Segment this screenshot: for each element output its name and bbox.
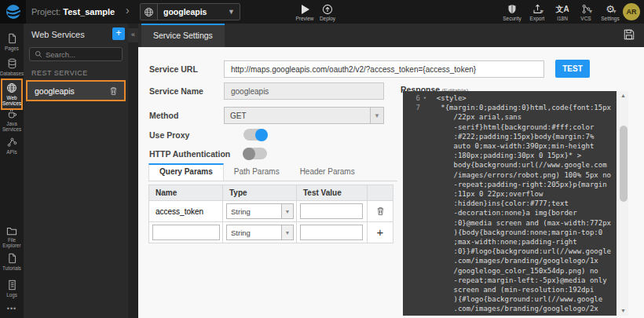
fold-caret-icon[interactable]: ▾ [423, 93, 426, 103]
save-button[interactable] [624, 29, 635, 40]
plus-icon: + [115, 27, 121, 38]
service-list-item-googleapis[interactable]: googleapis [26, 80, 126, 101]
use-proxy-toggle[interactable] [243, 129, 267, 141]
vcs-button[interactable]: ▼ VCS [573, 2, 599, 23]
play-icon [301, 4, 309, 14]
toggle-knob [255, 129, 268, 141]
line-number: ▾ [403, 237, 423, 247]
export-icon: ▼ [532, 4, 543, 14]
tab-path-params[interactable]: Path Params [224, 163, 290, 181]
line-number: ▾ [403, 112, 423, 122]
service-url-input[interactable] [224, 60, 544, 78]
web-services-panel: Web Services + REST SERVICE googleapis [24, 24, 128, 318]
app-logo[interactable] [0, 0, 26, 24]
export-button[interactable]: ▼ Export [524, 2, 551, 23]
deploy-button[interactable]: Deploy [314, 2, 341, 23]
user-avatar[interactable]: AR [623, 3, 640, 20]
service-search[interactable] [29, 47, 123, 61]
table-header-row: Name Type Test Value [149, 185, 393, 201]
globe-icon [141, 4, 158, 20]
translate-icon: 文A [555, 4, 569, 15]
tab-query-params[interactable]: Query Params [148, 163, 224, 181]
left-sidebar: Pages Databases Web Services Java Servic… [0, 24, 24, 318]
sidebar-item-web-services[interactable]: Web Services [1, 79, 23, 110]
column-actions [368, 185, 393, 200]
delete-service-icon[interactable] [109, 86, 118, 96]
add-service-button[interactable]: + [112, 27, 125, 40]
chevron-down-icon: ▼ [588, 9, 594, 14]
editor-scrollbar[interactable]: ▲ ▼ [618, 91, 628, 316]
cloud-upload-icon [322, 4, 333, 14]
tab-service-settings[interactable]: Service Settings [141, 24, 225, 47]
scroll-down-arrow-icon[interactable]: ▼ [618, 306, 628, 316]
line-number: ▾ [403, 294, 423, 304]
sidebar-item-java-services[interactable]: Java Services [0, 108, 24, 132]
delete-param-icon[interactable] [376, 207, 385, 216]
line-number: ▾ [403, 160, 423, 170]
line-number: ▾ [403, 228, 423, 237]
security-button[interactable]: Security [499, 2, 525, 23]
collapse-panel-button[interactable]: « [128, 28, 138, 42]
code-line: 7▾ *{margin:0;padding:0}html,code{font:1… [403, 103, 617, 112]
chevron-down-icon: ▼ [228, 8, 235, 16]
line-number: ▾ [403, 285, 423, 294]
database-icon [7, 58, 17, 69]
coffee-icon [7, 108, 17, 119]
line-number: ▾ [403, 247, 423, 256]
service-selector-dropdown[interactable]: googleapis ▼ [140, 3, 240, 20]
line-number: ▾ [403, 151, 423, 160]
sidebar-more-button[interactable]: ••• [0, 305, 24, 313]
http-authentication-toggle[interactable] [243, 148, 267, 159]
sidebar-item-logs[interactable]: Logs [0, 280, 24, 298]
new-param-test-value-input[interactable] [300, 225, 363, 240]
sidebar-item-tutorials[interactable]: Tutorials [0, 253, 24, 271]
code-line: ▾ -repeat;padding-right:205px}p{margin [403, 180, 617, 189]
panel-splitter: « [128, 24, 138, 318]
page-icon [7, 33, 17, 44]
add-param-button[interactable]: + [377, 228, 384, 236]
param-type-select[interactable]: String ▼ [226, 203, 294, 219]
page-icon [7, 253, 17, 264]
folder-icon [6, 226, 17, 236]
collapse-left-icon: « [131, 31, 135, 38]
code-line: ▾ ){body{background:none;margin-top:0 [403, 228, 617, 237]
column-name: Name [149, 185, 223, 200]
settings-button[interactable]: ⚙ ▼ Settings [597, 2, 624, 23]
line-number: ▾ [403, 132, 423, 141]
project-name: Test_sample [63, 7, 115, 16]
sidebar-item-databases[interactable]: Databases [0, 58, 24, 76]
test-button[interactable]: TEST [555, 60, 590, 78]
code-line: ▾ auto 0;max-width:390px;min-height [403, 141, 617, 151]
scroll-up-arrow-icon[interactable]: ▲ [618, 91, 628, 101]
sidebar-item-apis[interactable]: APIs [0, 137, 24, 155]
sidebar-item-file-explorer[interactable]: File Explorer [0, 226, 24, 248]
line-number: ▾ [403, 304, 423, 313]
new-param-name-input[interactable] [152, 225, 220, 240]
service-settings-content: Service URL TEST Service Name Method GET… [138, 47, 644, 318]
scrollbar-thumb[interactable] [620, 126, 628, 202]
chevron-right-icon: › [126, 4, 130, 16]
code-line: ▾ screen and (min-resolution:192dpi [403, 285, 617, 294]
new-param-type-select[interactable]: String ▼ [226, 225, 294, 240]
line-number: ▾ [403, 141, 423, 151]
i18n-button[interactable]: 文A I18N [549, 2, 576, 23]
editor-tab-bar: Service Settings [138, 24, 644, 47]
project-breadcrumb: Project:Test_sample [31, 7, 115, 16]
plus-icon: + [377, 225, 384, 239]
line-number: ▾ [403, 208, 423, 217]
tab-header-params[interactable]: Header Params [290, 163, 365, 181]
line-number: ▾ [403, 276, 423, 285]
service-name-input [224, 82, 384, 100]
param-test-value-input[interactable] [300, 203, 363, 219]
chevron-down-icon: ▼ [281, 225, 293, 239]
code-line: ▾ :11px 0 22px;overflow [403, 189, 617, 199]
code-line: ▾ ){#logo{background:url(//www.google [403, 294, 617, 304]
response-code-editor[interactable]: 6▾ <style> 7▾ *{margin:0;padding:0}html,… [403, 91, 617, 316]
branch-icon: ▼ [581, 4, 591, 14]
line-number: 6▾ [403, 93, 423, 103]
column-type: Type [223, 185, 297, 200]
sidebar-item-pages[interactable]: Pages [0, 33, 24, 51]
service-url-label: Service URL [149, 64, 198, 74]
chevron-down-icon: ▼ [370, 108, 383, 123]
nodes-icon [7, 137, 17, 148]
